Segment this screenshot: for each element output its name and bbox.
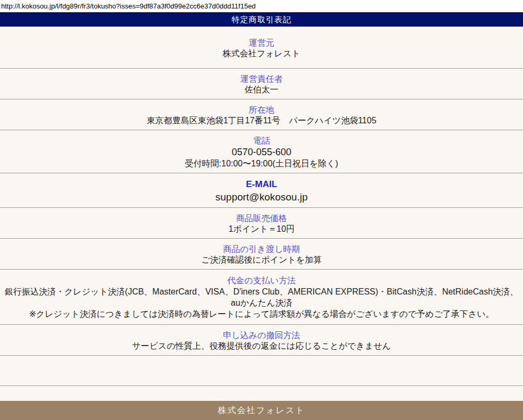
section-heading: 申し込みの撤回方法 [4, 330, 519, 341]
section-row: 所在地 東京都豊島区東池袋1丁目17番11号 パークハイツ池袋1105 [0, 99, 523, 130]
footer-company-name: 株式会社フォレスト [0, 401, 523, 420]
section-row: 電話 0570-055-600受付時間:10:00〜19:00(土日祝日を除く) [0, 130, 523, 173]
section-text-line: 東京都豊島区東池袋1丁目17番11号 パークハイツ池袋1105 [4, 115, 519, 126]
section-heading: E-MAIL [4, 178, 519, 190]
section-row: 運営元 株式会社フォレスト [0, 27, 523, 69]
section-row: 運営責任者 佐伯太一 [0, 69, 523, 99]
bottom-filler [0, 386, 523, 401]
sections-container: 運営元 株式会社フォレスト 運営責任者 佐伯太一 所在地 東京都豊島区東池袋1丁… [0, 27, 523, 401]
section-row: 代金の支払い方法 銀行振込決済・クレジット決済(JCB、MasterCard、V… [0, 270, 523, 325]
section-text-line: 受付時間:10:00〜19:00(土日祝日を除く) [4, 158, 519, 169]
tokusho-page: http://l.kokosou.jp/l/fdg89r/fr3/tokusho… [0, 0, 523, 420]
section-text-line: サービスの性質上、役務提供後の返金には応じることができません [4, 341, 519, 351]
section-heading: 代金の支払い方法 [4, 275, 519, 286]
section-text-line: ご決済確認後にポイントを加算 [4, 255, 519, 265]
section-heading: 商品販売価格 [4, 213, 519, 224]
section-heading: 商品の引き渡し時期 [4, 243, 519, 255]
section-row: E-MAIL support@kokosou.jp [0, 173, 523, 208]
section-text-line: ※クレジット決済につきましては決済時の為替レートによって請求額が異なる場合がござ… [4, 308, 519, 320]
section-row: 商品販売価格 1ポイント＝10円 [0, 208, 523, 239]
section-heading: 電話 [4, 135, 519, 146]
section-row: 商品の引き渡し時期 ご決済確認後にポイントを加算 [0, 239, 523, 270]
section-text-line: 佐伯太一 [4, 85, 519, 95]
page-title: 特定商取引表記 [0, 12, 523, 27]
section-text-line: 0570-055-600 [4, 146, 519, 158]
page-url-text: http://l.kokosou.jp/l/fdg89r/fr3/tokusho… [0, 0, 523, 12]
section-row: 申し込みの撤回方法 サービスの性質上、役務提供後の返金には応じることができません [0, 325, 523, 356]
section-heading: 所在地 [4, 104, 519, 115]
section-heading: 運営責任者 [4, 73, 519, 85]
section-heading: 運営元 [4, 37, 519, 48]
empty-row [0, 356, 523, 386]
section-text-line: 株式会社フォレスト [4, 48, 519, 59]
section-text-line: 銀行振込決済・クレジット決済(JCB、MasterCard、VISA、D'ine… [4, 286, 519, 308]
section-text-line: support@kokosou.jp [4, 190, 519, 204]
section-text-line: 1ポイント＝10円 [4, 224, 519, 234]
